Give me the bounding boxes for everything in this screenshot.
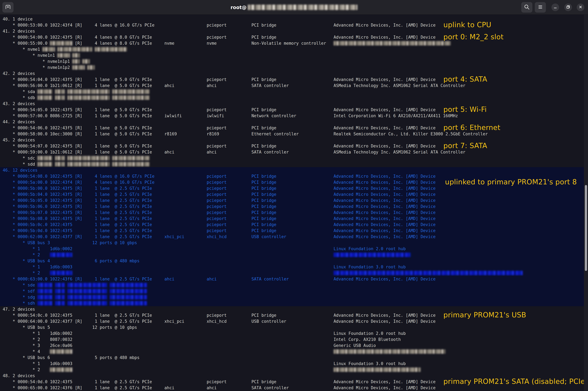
terminal-row: * sdd — [0, 161, 588, 167]
close-button[interactable] — [577, 3, 584, 11]
terminal-row-selected: * USB bus 312 ports @ 10 gbps — [0, 240, 588, 246]
restore-button[interactable] — [564, 3, 572, 11]
terminal-text: PCI bridge — [251, 185, 276, 191]
terminal-text: PCI bridge — [251, 215, 276, 222]
terminal-text: ahci — [207, 385, 217, 391]
terminal-text: USB controller — [251, 234, 286, 240]
annotation: port 7: SATA — [443, 142, 487, 150]
terminal-row-selected: * 0000:5b:04.0 1022:43f5 [R] 1 lane @ 2.… — [0, 191, 588, 197]
redacted-text — [82, 59, 90, 64]
terminal-text: 1 lane @ 2.5 GT/s PCIe — [92, 312, 152, 318]
terminal-row: * nvme1 — [0, 46, 588, 52]
terminal-text: Advanced Micro Devices, Inc. [AMD] Devic… — [333, 173, 436, 179]
redacted-text — [72, 59, 80, 64]
search-button[interactable] — [521, 2, 532, 12]
terminal-text: ASMedia Technology Inc. ASM1062 Serial A… — [333, 83, 465, 89]
terminal-text: SATA controller — [251, 149, 289, 155]
terminal-viewport[interactable]: 40. 1 device* 0000:53:00.0 1022:43f4 [R]… — [0, 15, 588, 391]
new-tab-button[interactable] — [2, 2, 13, 12]
window-title-redacted — [248, 4, 357, 10]
terminal-text: Intel Corporation Wi-Fi 6 AX210/AX211/AX… — [333, 113, 458, 119]
terminal-text: 1 lane @ 5.0 GT/s PCIe — [92, 83, 152, 89]
terminal-text: 1 lane @ 2.5 GT/s PCIe — [92, 185, 152, 191]
redacted-text — [50, 349, 72, 354]
terminal-text: * 0000:5b:00.0 1022:43f5 [R] — [13, 185, 82, 191]
terminal-text: xhci_pci — [164, 234, 184, 240]
terminal-row-selected: * 2 — [0, 270, 588, 276]
redacted-text — [55, 283, 65, 287]
terminal-text: * nvme1n1p2 — [42, 64, 70, 71]
terminal-text: Advanced Micro Devices, Inc. [AMD] Devic… — [333, 379, 436, 385]
redacted-text — [67, 283, 107, 287]
terminal-row: * 0000:65:00.0 1022:43f6 [R] 1 lane @ 2.… — [0, 385, 588, 391]
terminal-text: * 0000:58:00.0 10ec:3000 [R] — [13, 131, 82, 137]
terminal-text: 1 lane @ 5.0 GT/s PCIe — [92, 113, 152, 119]
terminal-text: * sdf — [23, 288, 35, 294]
terminal-text: nvme — [207, 40, 217, 46]
terminal-text: pcieport — [207, 125, 227, 131]
terminal-row: * 0000:55:00.0[R] 4 lanes @ 8.0 GT/s PCI… — [0, 40, 588, 46]
terminal-text: Advanced Micro Devices, Inc. [AMD] Devic… — [333, 203, 436, 209]
terminal-text: * USB bus 5 — [23, 324, 50, 330]
terminal-text: 1 lane @ 2.5 GT/s PCIe — [92, 197, 152, 203]
terminal-text: SATA controller — [251, 276, 289, 282]
terminal-text: * nvme1 — [23, 46, 40, 52]
redacted-text — [55, 295, 65, 299]
terminal-text: xhci_pci — [164, 318, 184, 324]
terminal-text: pcieport — [207, 107, 227, 113]
terminal-text: pcieport — [207, 312, 227, 318]
terminal-text: * 0000:5b:0c.0 1022:43f5 — [13, 222, 72, 228]
terminal-text: * 0000:62:00.0 1022:43f7 [R] — [13, 234, 82, 240]
terminal-text: Advanced Micro Devices, Inc. [AMD] Devic… — [333, 234, 436, 240]
terminal-text: 1 lane @ 2.5 GT/s PCIe — [92, 234, 152, 240]
redacted-text — [112, 156, 149, 160]
redacted-text — [50, 253, 72, 257]
terminal-row: * 326ce:0a06Generic USB Audio — [0, 342, 588, 349]
redacted-text — [57, 53, 70, 58]
terminal-text: 1 lane @ 5.0 GT/s PCIe — [92, 107, 152, 113]
minimize-button[interactable] — [551, 3, 559, 11]
terminal-text: * nvme1n1 — [33, 52, 55, 58]
terminal-text: Advanced Micro Devices, Inc. [AMD] Devic… — [333, 222, 436, 228]
terminal-text: Advanced Micro Devices, Inc. [AMD] Devic… — [333, 107, 436, 113]
scrollbar-thumb[interactable] — [585, 185, 587, 271]
terminal-text: 1 lane @ 5.0 GT/s PCIe — [92, 143, 152, 149]
redacted-text — [333, 41, 451, 45]
terminal-text: 1d6b:0002 — [50, 330, 72, 336]
terminal-text: * 0000:54:04.0 1022:43f5 [R] — [13, 77, 82, 83]
redacted-text — [55, 156, 65, 160]
terminal-text: Advanced Micro Devices, Inc. [AMD] Devic… — [333, 185, 436, 191]
redacted-text — [42, 47, 55, 52]
annotation: port 4: SATA — [443, 75, 487, 83]
terminal-row: * sdc — [0, 155, 588, 161]
terminal-text: pcieport — [207, 197, 227, 203]
redacted-text — [110, 301, 147, 305]
menu-button[interactable] — [535, 2, 546, 12]
terminal-text: ahci — [164, 385, 174, 391]
redacted-text — [38, 295, 53, 299]
terminal-text: Ethernet controller — [251, 131, 299, 137]
terminal-text: * sdb — [23, 95, 35, 101]
terminal-row: * 0000:54:05.0 1022:43f5 [R] 1 lane @ 5.… — [0, 107, 588, 113]
minimize-icon — [552, 4, 558, 10]
terminal-text: Non-Volatile memory controller — [251, 40, 326, 46]
terminal-text: r8169 — [164, 131, 177, 137]
terminal-text: pcieport — [207, 215, 227, 222]
terminal-text: 1 lane @ 2.5 GT/s PCIe — [92, 379, 152, 385]
redacted-text — [110, 295, 147, 299]
terminal-row-selected: * 11d6b:0003Linux Foundation 3.0 root hu… — [0, 264, 588, 270]
terminal-text: Intel Corp. AX210 Bluetooth — [333, 336, 401, 342]
terminal-text: Advanced Micro Devices, Inc. [AMD] Devic… — [333, 191, 436, 197]
terminal-text: PCI bridge — [251, 125, 276, 131]
terminal-row: * USB bus 6 5 ports @ 480 mbps — [0, 355, 588, 361]
terminal-text: 1 lane @ 2.5 GT/s PCIe — [92, 276, 152, 282]
redacted-text — [112, 162, 149, 166]
redacted-text — [67, 289, 107, 293]
terminal-text: 4 lanes @ 8.0 GT/s PCIe — [92, 34, 152, 40]
redacted-text — [38, 90, 53, 94]
redacted-text — [55, 289, 65, 293]
terminal-row: * 0000:54:07.0 1022:43f5 [R] 1 lane @ 5.… — [0, 143, 588, 149]
redacted-text — [333, 271, 523, 275]
terminal-text: Advanced Micro Devices, Inc. [AMD] Devic… — [333, 228, 436, 234]
redacted-text — [67, 156, 110, 160]
